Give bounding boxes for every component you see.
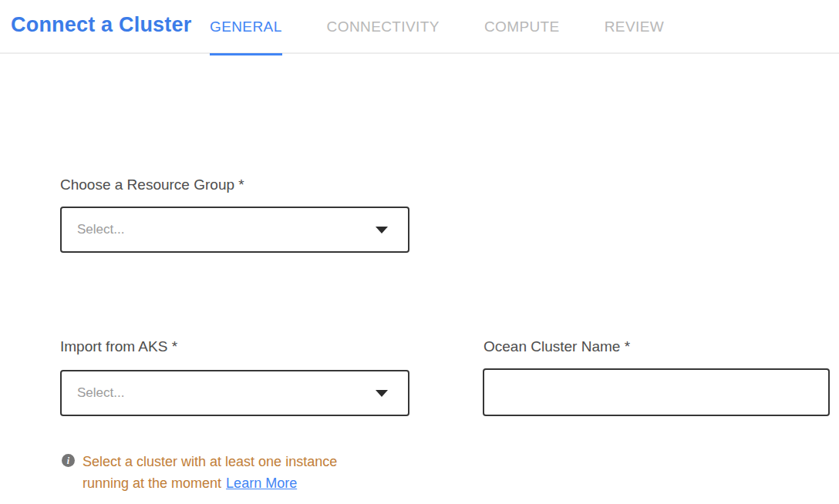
ocean-cluster-name-input[interactable] xyxy=(483,368,830,416)
tab-general[interactable]: GENERAL xyxy=(210,0,282,54)
ocean-cluster-name-label: Ocean Cluster Name * xyxy=(484,338,630,355)
tab-connectivity-label: CONNECTIVITY xyxy=(327,18,440,35)
learn-more-link[interactable]: Learn More xyxy=(226,475,297,491)
connect-cluster-wizard: Connect a Cluster GENERAL CONNECTIVITY C… xyxy=(0,0,839,504)
caret-down-icon xyxy=(376,390,388,397)
wizard-tab-bar: GENERAL CONNECTIVITY COMPUTE REVIEW xyxy=(210,0,664,54)
info-note-body: Select a cluster with at least one insta… xyxy=(83,451,366,494)
import-aks-label: Import from AKS * xyxy=(60,338,177,355)
import-aks-select[interactable]: Select... xyxy=(60,370,409,416)
tab-compute[interactable]: COMPUTE xyxy=(484,0,560,54)
info-icon: i xyxy=(62,454,75,467)
resource-group-select[interactable]: Select... xyxy=(60,207,409,253)
active-tab-underline xyxy=(210,53,282,55)
tab-review-label: REVIEW xyxy=(605,18,664,35)
import-aks-select-placeholder: Select... xyxy=(77,385,124,401)
page-title: Connect a Cluster xyxy=(11,13,191,37)
resource-group-label: Choose a Resource Group * xyxy=(60,176,244,193)
wizard-header: Connect a Cluster GENERAL CONNECTIVITY C… xyxy=(0,0,839,54)
tab-general-label: GENERAL xyxy=(210,18,282,35)
tab-review[interactable]: REVIEW xyxy=(605,0,664,54)
cluster-info-note: i Select a cluster with at least one ins… xyxy=(62,451,366,494)
tab-connectivity[interactable]: CONNECTIVITY xyxy=(327,0,440,54)
caret-down-icon xyxy=(376,227,388,234)
resource-group-select-placeholder: Select... xyxy=(77,222,124,237)
info-note-text: Select a cluster with at least one insta… xyxy=(83,454,337,491)
tab-compute-label: COMPUTE xyxy=(484,18,560,35)
